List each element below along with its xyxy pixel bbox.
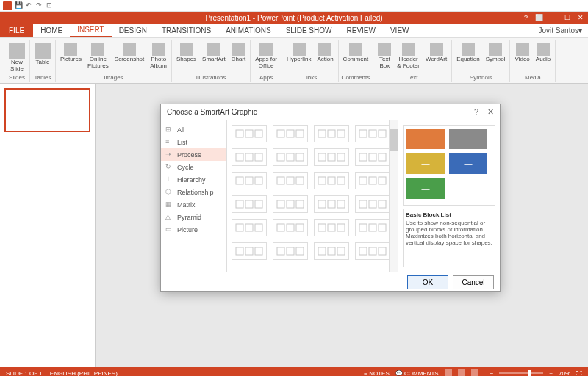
zoom-slider[interactable] — [499, 372, 543, 374]
photo-album-button[interactable]: PhotoAlbum — [148, 41, 168, 71]
zoom-in-icon[interactable]: + — [549, 370, 553, 377]
svg-rect-30 — [318, 177, 326, 184]
zoom-level[interactable]: 70% — [559, 370, 570, 377]
user-name[interactable]: Jovit Santos ▾ — [533, 24, 588, 37]
category-relationship[interactable]: ⬡Relationship — [161, 186, 226, 198]
view-reading-icon[interactable] — [471, 369, 478, 376]
screenshot-button[interactable]: Screenshot — [113, 41, 146, 65]
layout-option[interactable] — [232, 195, 267, 213]
zoom-out-icon[interactable]: − — [490, 370, 494, 377]
qat-redo-icon[interactable]: ↷ — [35, 1, 43, 9]
status-language[interactable]: ENGLISH (PHILIPPINES) — [50, 370, 118, 377]
layout-option[interactable] — [314, 195, 349, 213]
layout-option[interactable] — [232, 148, 267, 166]
category-list[interactable]: ≡List — [161, 136, 226, 148]
minimize-icon[interactable]: — — [551, 14, 557, 21]
action-button[interactable]: Action — [315, 41, 334, 65]
layout-option[interactable] — [355, 195, 390, 213]
svg-rect-17 — [296, 153, 304, 161]
layout-option[interactable] — [273, 195, 308, 213]
tab-design[interactable]: DESIGN — [112, 24, 154, 37]
svg-rect-5 — [296, 130, 304, 137]
smartart-button[interactable]: SmartArt — [201, 41, 227, 65]
apps-button[interactable]: Apps forOffice — [254, 41, 279, 71]
fit-icon[interactable]: ⛶ — [576, 370, 582, 377]
category-pyramid[interactable]: △Pyramid — [161, 211, 226, 223]
layout-option[interactable] — [314, 242, 349, 260]
close-icon[interactable]: ✕ — [578, 14, 584, 21]
tab-file[interactable]: FILE — [0, 24, 33, 37]
layout-option[interactable] — [355, 148, 390, 166]
audio-button[interactable]: Audio — [534, 41, 552, 65]
cancel-button[interactable]: Cancel — [453, 275, 494, 289]
category-icon: △ — [165, 213, 173, 221]
status-comments[interactable]: 💬 COMMENTS — [395, 370, 439, 377]
layout-option[interactable] — [232, 242, 267, 260]
layout-option[interactable] — [273, 125, 308, 142]
layout-option[interactable] — [232, 219, 267, 236]
pictures-button[interactable]: Pictures — [59, 41, 83, 65]
maximize-icon[interactable]: ☐ — [564, 14, 570, 21]
category-cycle[interactable]: ↻Cycle — [161, 161, 226, 173]
layout-option[interactable] — [355, 125, 390, 142]
dialog-help-icon[interactable]: ? — [474, 107, 478, 117]
tab-transitions[interactable]: TRANSITIONS — [154, 24, 218, 37]
online-pictures-button[interactable]: OnlinePictures — [86, 41, 110, 71]
hyperlink-button[interactable]: Hyperlink — [285, 41, 312, 65]
category-matrix[interactable]: ▦Matrix — [161, 198, 226, 211]
category-icon: ⊞ — [165, 126, 173, 134]
layout-option[interactable] — [273, 172, 308, 189]
layout-option[interactable] — [314, 219, 349, 236]
qat-start-icon[interactable]: ⊡ — [46, 1, 53, 9]
status-notes[interactable]: ≡ NOTES — [364, 370, 389, 377]
layout-option[interactable] — [355, 242, 390, 260]
layout-option[interactable] — [314, 172, 349, 189]
ok-button[interactable]: OK — [407, 275, 448, 289]
new-slide-button[interactable]: NewSlide — [7, 41, 26, 74]
tab-home[interactable]: HOME — [33, 24, 70, 37]
symbol-button[interactable]: Symbol — [484, 41, 507, 65]
tab-insert[interactable]: INSERT — [70, 24, 112, 37]
svg-rect-25 — [245, 177, 253, 184]
slide-thumbnail[interactable] — [4, 88, 90, 132]
dialog-close-icon[interactable]: ✕ — [487, 107, 494, 117]
layout-option[interactable] — [232, 172, 267, 189]
layout-option[interactable] — [314, 148, 349, 166]
tab-review[interactable]: REVIEW — [339, 24, 382, 37]
svg-rect-54 — [318, 224, 326, 231]
svg-rect-64 — [287, 247, 294, 255]
svg-rect-33 — [359, 177, 367, 184]
header-footer-button[interactable]: Header& Footer — [395, 41, 421, 71]
category-hierarchy[interactable]: ⊥Hierarchy — [161, 173, 226, 186]
shapes-button[interactable]: Shapes — [175, 41, 198, 65]
comment-button[interactable]: Comment — [342, 41, 370, 65]
qat-save-icon[interactable]: 💾 — [15, 1, 22, 9]
layout-scrollbar[interactable] — [389, 120, 398, 272]
wordart-button[interactable]: WordArt — [424, 41, 448, 65]
chart-button[interactable]: Chart — [230, 41, 248, 65]
equation-button[interactable]: Equation — [455, 41, 481, 65]
video-button[interactable]: Video — [513, 41, 531, 65]
table-button[interactable]: Table — [33, 41, 52, 68]
ribbon-display-icon[interactable]: ⬜ — [535, 14, 543, 21]
layout-option[interactable] — [355, 172, 390, 189]
layout-option[interactable] — [273, 242, 308, 260]
view-sorter-icon[interactable] — [458, 369, 465, 376]
help-icon[interactable]: ? — [524, 14, 528, 21]
layout-option[interactable] — [232, 125, 267, 142]
view-normal-icon[interactable] — [445, 369, 452, 376]
layout-option[interactable] — [273, 219, 308, 236]
category-picture[interactable]: ▭Picture — [161, 223, 226, 236]
preview-pane: ————— Basic Block List Use to show non-s… — [398, 120, 500, 272]
tab-view[interactable]: VIEW — [383, 24, 417, 37]
svg-rect-31 — [328, 177, 335, 184]
layout-option[interactable] — [355, 219, 390, 236]
tab-slideshow[interactable]: SLIDE SHOW — [279, 24, 340, 37]
category-all[interactable]: ⊞All — [161, 123, 226, 136]
layout-option[interactable] — [314, 125, 349, 142]
layout-option[interactable] — [273, 148, 308, 166]
category-process[interactable]: ➝Process — [161, 148, 226, 161]
qat-undo-icon[interactable]: ↶ — [25, 1, 32, 9]
textbox-button[interactable]: TextBox — [376, 41, 392, 71]
tab-animations[interactable]: ANIMATIONS — [218, 24, 278, 37]
